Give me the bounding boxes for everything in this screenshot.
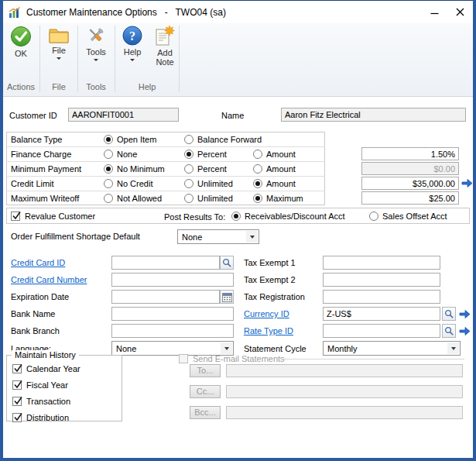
post-results-to-label: Post Results To: xyxy=(164,212,225,222)
credit-card-id-lookup-button[interactable] xyxy=(220,256,234,270)
radio-not-allowed[interactable]: Not Allowed xyxy=(104,193,162,204)
add-note-label-line1: Add xyxy=(157,48,173,57)
radio-sales-offset-acct[interactable]: Sales Offset Acct xyxy=(369,211,447,222)
search-icon xyxy=(444,326,454,336)
radio-label: Unlimited xyxy=(197,194,233,203)
balance-type-label: Balance Type xyxy=(11,135,62,144)
radio-circle xyxy=(104,179,113,188)
bank-branch-field[interactable] xyxy=(111,324,234,338)
tax-registration-field[interactable] xyxy=(323,290,440,304)
tools-menu-button[interactable]: Tools xyxy=(78,26,114,61)
radio-receivables-discount-acct[interactable]: Receivables/Discount Acct xyxy=(231,211,345,222)
rate-type-id-expansion-button[interactable] xyxy=(458,325,471,337)
close-icon xyxy=(456,8,464,16)
expiration-date-calendar-button[interactable] xyxy=(220,290,234,304)
radio-credit-unlimited[interactable]: Unlimited xyxy=(184,178,233,189)
credit-card-number-field[interactable] xyxy=(111,273,234,287)
radio-finance-percent[interactable]: Percent xyxy=(184,149,227,160)
radio-circle xyxy=(104,164,113,174)
radio-no-credit[interactable]: No Credit xyxy=(104,178,152,189)
ok-check-icon xyxy=(10,26,32,47)
customer-id-field[interactable]: AARONFIT0001 xyxy=(68,108,179,122)
radio-balance-forward[interactable]: Balance Forward xyxy=(184,134,262,145)
currency-id-lookup-button[interactable] xyxy=(442,307,456,321)
help-menu-button[interactable]: ? Help xyxy=(115,26,149,61)
radio-label: Balance Forward xyxy=(197,135,262,144)
toolbar-group-tools: Tools xyxy=(78,82,114,91)
checkbox-box xyxy=(179,354,188,363)
radio-circle xyxy=(253,194,262,203)
file-menu-button[interactable]: File xyxy=(41,26,77,60)
email-group-divider xyxy=(280,359,464,360)
minimize-icon xyxy=(430,8,439,16)
expansion-arrow-icon xyxy=(459,308,471,320)
rate-type-id-field[interactable] xyxy=(323,324,440,338)
grid-line xyxy=(6,191,325,191)
minimize-button[interactable] xyxy=(422,1,447,22)
checkbox-transaction[interactable]: Transaction xyxy=(12,396,70,407)
radio-circle xyxy=(184,164,193,174)
credit-limit-value-field[interactable]: $35,000.00 xyxy=(361,177,459,190)
checkbox-distribution[interactable]: Distribution xyxy=(12,412,69,423)
combo-value: Monthly xyxy=(327,344,358,353)
revalue-customer-checkbox[interactable]: Revalue Customer xyxy=(11,211,95,222)
maximum-writeoff-value-field[interactable]: $25.00 xyxy=(361,191,459,205)
radio-label: Percent xyxy=(197,164,227,174)
expiration-date-label: Expiration Date xyxy=(11,292,69,301)
rate-type-id-lookup-button[interactable] xyxy=(442,324,456,338)
radio-circle xyxy=(253,179,262,188)
tax-exempt-1-field[interactable] xyxy=(323,256,440,270)
radio-no-minimum[interactable]: No Minimum xyxy=(104,163,165,174)
radio-finance-amount[interactable]: Amount xyxy=(253,149,296,160)
rate-type-id-link[interactable]: Rate Type ID xyxy=(244,326,293,335)
customer-maintenance-options-window: Customer Maintenance Options - TWO04 (sa… xyxy=(0,0,476,461)
minimum-payment-value-field: $0.00 xyxy=(361,162,459,175)
add-note-button[interactable]: Add Note xyxy=(149,26,180,67)
order-fulfillment-combo[interactable]: None xyxy=(177,229,259,244)
radio-credit-amount[interactable]: Amount xyxy=(253,178,296,189)
toolbar-separator xyxy=(39,26,40,92)
radio-label: No Minimum xyxy=(117,164,165,174)
add-note-label-line2: Note xyxy=(156,57,173,67)
currency-id-field[interactable]: Z-US$ xyxy=(323,307,440,321)
credit-card-number-link[interactable]: Credit Card Number xyxy=(11,275,87,284)
tools-icon xyxy=(86,26,106,46)
currency-id-link[interactable]: Currency ID xyxy=(244,309,289,318)
tax-exempt-1-label: Tax Exempt 1 xyxy=(244,258,296,267)
radio-finance-none[interactable]: None xyxy=(104,149,137,160)
search-icon xyxy=(444,309,454,319)
combo-value: None xyxy=(182,232,202,242)
maintain-history-title: Maintain History xyxy=(12,350,79,360)
checkbox-box xyxy=(12,380,22,390)
credit-limit-expansion-button[interactable] xyxy=(461,177,473,189)
credit-card-id-link[interactable]: Credit Card ID xyxy=(11,258,65,267)
radio-label: Sales Offset Acct xyxy=(382,212,447,221)
radio-label: Amount xyxy=(266,164,296,174)
statement-cycle-combo[interactable]: Monthly xyxy=(323,341,461,356)
bank-name-field[interactable] xyxy=(111,307,234,321)
expiration-date-field[interactable] xyxy=(111,290,220,304)
window-border-bottom xyxy=(0,458,476,461)
credit-card-id-field[interactable] xyxy=(111,256,220,270)
folder-icon xyxy=(49,26,69,44)
bank-branch-label: Bank Branch xyxy=(11,326,60,335)
radio-writeoff-unlimited[interactable]: Unlimited xyxy=(184,193,233,204)
ok-button-label: OK xyxy=(15,49,27,58)
checkbox-calendar-year[interactable]: Calendar Year xyxy=(12,363,80,374)
radio-minimum-percent[interactable]: Percent xyxy=(184,163,227,174)
title-bar: Customer Maintenance Options - TWO04 (sa… xyxy=(3,1,473,23)
radio-minimum-amount[interactable]: Amount xyxy=(253,163,296,174)
close-button[interactable] xyxy=(447,1,473,22)
toolbar-group-file: File xyxy=(41,82,77,91)
currency-id-expansion-button[interactable] xyxy=(458,308,471,320)
radio-open-item[interactable]: Open Item xyxy=(104,134,156,145)
tax-exempt-2-field[interactable] xyxy=(323,273,440,287)
checkbox-label: Transaction xyxy=(26,397,70,406)
ok-button[interactable]: OK xyxy=(3,26,39,58)
finance-charge-value-field[interactable]: 1.50% xyxy=(361,147,459,160)
radio-writeoff-maximum[interactable]: Maximum xyxy=(253,193,303,204)
name-field[interactable]: Aaron Fitz Electrical xyxy=(281,108,466,122)
radio-label: Unlimited xyxy=(197,179,233,188)
checkbox-fiscal-year[interactable]: Fiscal Year xyxy=(12,380,68,390)
radio-circle xyxy=(104,135,113,144)
